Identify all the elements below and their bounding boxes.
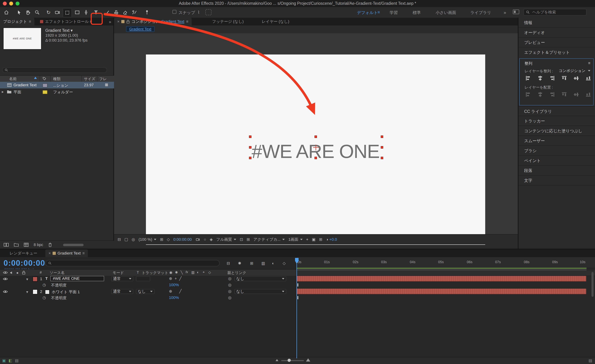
selection-handle[interactable] (314, 136, 317, 138)
column-trkmat[interactable]: トラックマット (142, 270, 168, 275)
selection-tool-button[interactable] (15, 8, 23, 17)
timeline-track-area[interactable]: 00s 01s 02s 03s 04s 05s 06s 07s 08s 09s … (296, 257, 595, 359)
panel-menu-icon[interactable]: ≡ (29, 19, 31, 24)
zoom-in-mountain-icon[interactable] (306, 358, 310, 362)
column-index[interactable]: # (40, 270, 42, 275)
composition-mini-flowchart-icon[interactable]: ⊟ (227, 261, 230, 266)
channels-icon[interactable]: ◎ (132, 237, 135, 242)
snapshot-icon[interactable] (195, 237, 200, 242)
solo-column-icon[interactable]: ● (16, 271, 19, 275)
property-pickwhip-icon[interactable]: ◎ (228, 283, 231, 287)
property-pickwhip-icon[interactable]: ◎ (228, 295, 231, 300)
color-depth-button[interactable]: 8 bpc (34, 242, 43, 247)
position-switch-icon[interactable]: + (175, 276, 177, 281)
twirl-icon[interactable]: ▾ (26, 290, 28, 294)
fast-previews-icon[interactable]: ◈ (210, 237, 213, 242)
monitor-icon[interactable]: ▢ (124, 237, 128, 242)
collapse-icon[interactable]: ✺ (175, 270, 178, 275)
comp-viewer[interactable]: #WE ARE ONE (114, 33, 518, 234)
layer-bar[interactable] (297, 289, 586, 294)
transparency-grid-icon[interactable]: ⊞ (247, 237, 250, 242)
panel-cc-libraries[interactable]: CC ライブラリ (518, 106, 595, 116)
workspace-libraries[interactable]: ライブラリ (470, 10, 491, 15)
column-mode[interactable]: モード (113, 270, 124, 275)
lock-icon[interactable] (126, 20, 130, 24)
align-hcenter-button[interactable] (536, 75, 544, 81)
timeline-search-box[interactable] (45, 260, 220, 266)
align-vcenter-button[interactable] (573, 74, 579, 82)
distribute-left-button[interactable] (561, 90, 567, 99)
quality-switch-icon[interactable]: ╱ (179, 276, 182, 281)
stopwatch-icon[interactable]: ◷ (42, 295, 46, 300)
panel-info[interactable]: 情報 (518, 18, 595, 27)
trkmat-empty-well[interactable] (136, 276, 150, 281)
property-name[interactable]: 不透明度 (51, 283, 67, 288)
align-panel-title[interactable]: 整列 (524, 61, 532, 66)
project-tab-overflow[interactable]: » (109, 20, 111, 24)
pixel-aspect-icon[interactable]: ⌖ (306, 237, 308, 242)
panel-smoother[interactable]: スムーザー (518, 136, 595, 146)
new-folder-icon[interactable] (14, 243, 19, 247)
distribute-bottom-button[interactable] (548, 91, 556, 98)
timeline-search-input[interactable] (53, 260, 217, 266)
grid-guides-icon[interactable]: ⊞ (160, 237, 163, 242)
interpret-footage-icon[interactable] (4, 242, 9, 247)
column-type[interactable]: 種類 (53, 76, 61, 81)
property-name[interactable]: 不透明度 (51, 295, 67, 301)
column-t[interactable]: T (137, 270, 139, 275)
column-parent[interactable]: 親とリンク (227, 270, 246, 275)
property-row-opacity-1[interactable]: ◷ 不透明度 100% ◎ (0, 282, 296, 288)
zoom-tool-button[interactable] (33, 8, 42, 17)
distribute-hcenter-button[interactable] (573, 90, 579, 99)
project-list-header[interactable]: 名前 種類 サイズ フレ (0, 75, 114, 82)
trkmat-dropdown[interactable]: なし (136, 289, 154, 294)
layer-name-field[interactable] (50, 276, 104, 281)
pen-tool-button[interactable] (82, 8, 90, 17)
anchor-switch-icon[interactable]: ⊕ (169, 289, 172, 294)
frame-blending-icon[interactable]: ▥ (261, 261, 265, 266)
timeline-zoom-slider[interactable] (281, 360, 304, 361)
label-color-swatch[interactable] (42, 83, 48, 87)
distribute-right-button[interactable] (585, 90, 591, 99)
layer-name[interactable]: ホワイト 平面 1 (52, 289, 80, 295)
new-composition-icon[interactable] (24, 243, 29, 247)
align-target-dropdown[interactable]: コンポジション (559, 68, 585, 73)
property-value[interactable]: 100% (169, 295, 179, 300)
quality-switch-icon[interactable]: ╱ (179, 289, 182, 294)
layer-row-1[interactable]: ▾ 1 T 通常 ⊕ + ╱ ◎ なし (0, 275, 296, 282)
layer-bar[interactable] (297, 276, 586, 282)
panel-menu-icon[interactable]: ≡ (588, 61, 590, 65)
tab-timeline-comp[interactable]: × Gradient Text ≡ (45, 249, 88, 257)
panel-menu-icon[interactable]: ≡ (186, 19, 188, 24)
comp-current-time[interactable]: 0:00:00:00 (173, 237, 192, 242)
project-row-gradient-text[interactable]: Gradient Text ...ション 23.97 ▦ (0, 82, 114, 89)
vertical-scrollbar-thumb[interactable] (591, 272, 594, 297)
comp-flowchart-icon[interactable]: ⊞ (319, 237, 322, 242)
parent-dropdown[interactable]: なし (234, 289, 286, 294)
selection-handle[interactable] (249, 157, 251, 159)
rotate-tool-button[interactable]: ↻ (44, 8, 53, 17)
chevron-down-icon[interactable] (588, 70, 590, 71)
adjustment-icon[interactable]: ◓ (203, 270, 205, 274)
hide-shy-layers-icon[interactable]: ⊞ (250, 261, 253, 266)
home-tool-button[interactable] (2, 8, 11, 17)
magnification-dropdown[interactable]: (100 %) (138, 237, 156, 242)
eye-icon[interactable] (3, 277, 8, 281)
blend-mode-dropdown[interactable]: 通常 (111, 276, 133, 281)
shape-tool-button[interactable] (73, 8, 81, 17)
selection-handle[interactable] (249, 146, 251, 149)
timeline-button-icon[interactable]: ▣ (312, 237, 316, 242)
performance-icon[interactable]: ▤ (15, 358, 19, 363)
project-row-solids-folder[interactable]: ▸ 平面 フォルダー (0, 89, 114, 95)
property-row-opacity-2[interactable]: ◷ 不透明度 100% ◎ (0, 295, 296, 301)
selection-handle[interactable] (381, 157, 383, 159)
selection-handle[interactable] (249, 136, 251, 138)
show-snapshot-icon[interactable]: ○ (204, 237, 206, 242)
parent-pickwhip-icon[interactable]: ◎ (228, 289, 231, 294)
panel-audio[interactable]: オーディオ (518, 27, 595, 37)
zoom-out-mountain-icon[interactable] (276, 359, 278, 361)
tab-project[interactable]: プロジェクト≡ (0, 18, 34, 26)
close-tab-icon[interactable]: × (49, 251, 51, 256)
property-value[interactable]: 100% (169, 283, 179, 287)
tab-effect-controls[interactable]: エフェクトコントロール # (37, 18, 95, 26)
